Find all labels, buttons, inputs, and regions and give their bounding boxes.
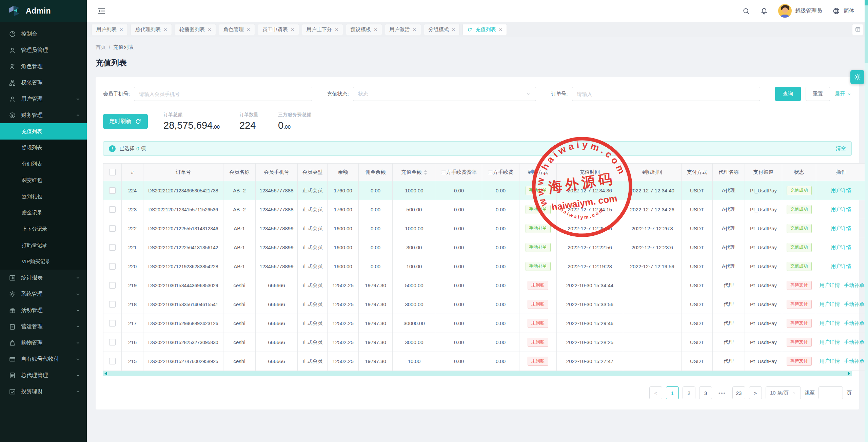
tab-用户列表[interactable]: 用户列表× xyxy=(92,24,128,35)
next-page-button[interactable]: > xyxy=(749,386,762,399)
scroll-left-icon[interactable] xyxy=(104,372,107,376)
tab-轮播图列表[interactable]: 轮播图列表× xyxy=(175,24,216,35)
close-icon[interactable]: × xyxy=(452,27,455,33)
sidebar-item-控制台[interactable]: 控制台 xyxy=(0,26,87,42)
close-icon[interactable]: × xyxy=(499,27,502,33)
tab-list-menu-button[interactable] xyxy=(852,24,863,35)
reset-button[interactable]: 重置 xyxy=(806,87,830,101)
close-icon[interactable]: × xyxy=(164,27,167,33)
close-icon[interactable]: × xyxy=(335,27,338,33)
scroll-up-icon[interactable] xyxy=(865,0,868,5)
tab-用户上下分[interactable]: 用户上下分× xyxy=(302,24,343,35)
page-button-3[interactable]: 3 xyxy=(699,386,712,399)
user-detail-link[interactable]: 用户详情 xyxy=(831,187,851,193)
sidebar-item-财务管理[interactable]: 财务管理 xyxy=(0,107,87,123)
sidebar-subitem-打码量记录[interactable]: 打码量记录 xyxy=(0,237,87,253)
settings-drawer-button[interactable] xyxy=(850,70,864,84)
clear-selection-link[interactable]: 清空 xyxy=(836,145,846,152)
sidebar-item-系统管理[interactable]: 系统管理 xyxy=(0,286,87,302)
close-icon[interactable]: × xyxy=(374,27,377,33)
sidebar-subitem-赠金记录[interactable]: 赠金记录 xyxy=(0,205,87,221)
sidebar-item-统计报表[interactable]: 统计报表 xyxy=(0,270,87,286)
tab-用户激活[interactable]: 用户激活× xyxy=(385,24,421,35)
sidebar-item-总代理管理[interactable]: 总代理管理 xyxy=(0,367,87,383)
sort-icon[interactable] xyxy=(424,170,427,175)
user-detail-link[interactable]: 用户详情 xyxy=(820,282,840,288)
page-button-1[interactable]: 1 xyxy=(666,386,679,399)
row-checkbox[interactable] xyxy=(109,225,116,232)
user-detail-link[interactable]: 用户详情 xyxy=(820,358,840,364)
tab-分组模式[interactable]: 分组模式× xyxy=(424,24,460,35)
user-detail-link[interactable]: 用户详情 xyxy=(820,320,840,326)
expand-filters-link[interactable]: 展开 xyxy=(835,91,852,97)
page-size-select[interactable]: 10 条/页 xyxy=(766,386,801,399)
sidebar-subitem-签到礼包[interactable]: 签到礼包 xyxy=(0,188,87,205)
notification-bell-icon[interactable] xyxy=(760,7,768,15)
tab-预设模板[interactable]: 预设模板× xyxy=(346,24,382,35)
close-icon[interactable]: × xyxy=(208,27,211,33)
close-icon[interactable]: × xyxy=(120,27,123,33)
sidebar-subitem-上下分记录[interactable]: 上下分记录 xyxy=(0,221,87,237)
column-header-充值金额[interactable]: 充值金额 xyxy=(393,164,436,181)
row-checkbox[interactable] xyxy=(109,320,116,327)
sidebar-item-自有账号代收付[interactable]: 自有账号代收付 xyxy=(0,351,87,367)
select-all-checkbox[interactable] xyxy=(109,169,116,175)
sidebar-item-角色管理[interactable]: 角色管理 xyxy=(0,58,87,75)
sidebar-subitem-裂变红包[interactable]: 裂变红包 xyxy=(0,172,87,188)
tab-总代理列表[interactable]: 总代理列表× xyxy=(131,24,172,35)
scroll-right-icon[interactable] xyxy=(848,372,850,376)
status-filter-select[interactable]: 状态 xyxy=(353,87,536,101)
user-menu[interactable]: 超级管理员 xyxy=(778,4,822,18)
sidebar-item-用户管理[interactable]: 用户管理 xyxy=(0,91,87,107)
tab-充值列表[interactable]: 充值列表× xyxy=(462,24,507,35)
row-checkbox[interactable] xyxy=(109,206,116,213)
row-checkbox[interactable] xyxy=(109,263,116,270)
sidebar-item-权限管理[interactable]: 权限管理 xyxy=(0,75,87,91)
sidebar-item-购物管理[interactable]: 购物管理 xyxy=(0,335,87,351)
manual-order-link[interactable]: 手动补单 xyxy=(844,282,864,288)
tab-角色管理[interactable]: 角色管理× xyxy=(219,24,255,35)
language-switcher[interactable]: 简体 xyxy=(832,7,854,15)
manual-order-link[interactable]: 手动补单 xyxy=(844,320,864,326)
page-button-23[interactable]: 23 xyxy=(732,386,745,399)
manual-order-link[interactable]: 手动补单 xyxy=(844,358,864,364)
manual-order-link[interactable]: 手动补单 xyxy=(844,301,864,307)
breadcrumb-home[interactable]: 首页 xyxy=(96,44,106,50)
row-checkbox[interactable] xyxy=(109,282,116,289)
user-detail-link[interactable]: 用户详情 xyxy=(831,206,851,212)
sidebar-item-营运管理[interactable]: 营运管理 xyxy=(0,318,87,335)
sidebar-subitem-分佣列表[interactable]: 分佣列表 xyxy=(0,156,87,172)
jump-page-input[interactable] xyxy=(818,386,843,399)
sidebar-subitem-VIP购买记录[interactable]: VIP购买记录 xyxy=(0,253,87,270)
row-checkbox[interactable] xyxy=(109,244,116,251)
sidebar-subitem-充值列表[interactable]: 充值列表 xyxy=(0,123,87,140)
row-checkbox[interactable] xyxy=(109,187,116,194)
user-detail-link[interactable]: 用户详情 xyxy=(831,244,851,250)
menu-fold-icon[interactable] xyxy=(97,6,106,16)
order-filter-input[interactable] xyxy=(572,87,761,101)
sidebar-item-管理员管理[interactable]: 管理员管理 xyxy=(0,42,87,58)
row-checkbox[interactable] xyxy=(109,301,116,308)
sidebar-subitem-提现列表[interactable]: 提现列表 xyxy=(0,140,87,156)
search-button[interactable]: 查询 xyxy=(775,87,801,101)
sidebar-item-活动管理[interactable]: 活动管理 xyxy=(0,302,87,318)
page-button-2[interactable]: 2 xyxy=(683,386,695,399)
vertical-scrollbar[interactable] xyxy=(865,0,868,442)
close-icon[interactable]: × xyxy=(247,27,250,33)
prev-page-button[interactable]: < xyxy=(649,386,662,399)
user-detail-link[interactable]: 用户详情 xyxy=(820,339,840,345)
close-icon[interactable]: × xyxy=(413,27,416,33)
scrollbar-thumb[interactable] xyxy=(865,5,868,63)
user-detail-link[interactable]: 用户详情 xyxy=(831,225,851,231)
row-checkbox[interactable] xyxy=(109,358,116,364)
user-detail-link[interactable]: 用户详情 xyxy=(820,301,840,307)
close-icon[interactable]: × xyxy=(291,27,294,33)
horizontal-scrollbar[interactable] xyxy=(103,371,852,376)
user-detail-link[interactable]: 用户详情 xyxy=(831,263,851,269)
manual-order-link[interactable]: 手动补单 xyxy=(844,339,864,345)
auto-refresh-button[interactable]: 定时刷新 xyxy=(103,114,148,129)
search-icon[interactable] xyxy=(742,7,750,15)
tab-员工申请表[interactable]: 员工申请表× xyxy=(258,24,299,35)
row-checkbox[interactable] xyxy=(109,339,116,345)
phone-filter-input[interactable] xyxy=(134,87,312,101)
